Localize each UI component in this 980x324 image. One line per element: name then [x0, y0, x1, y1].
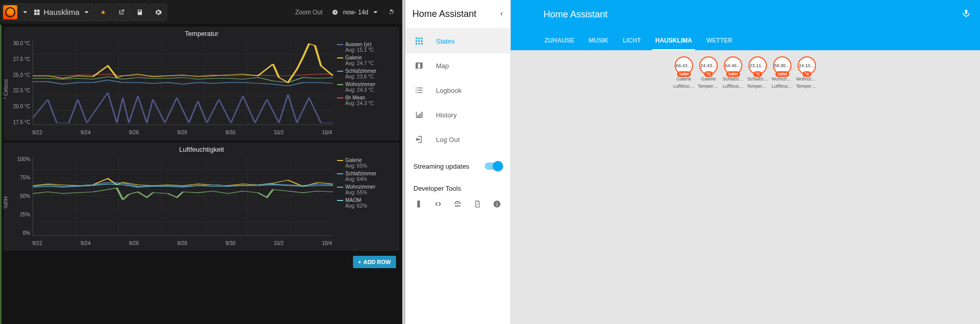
- panel-luftfeuchtigkeit[interactable]: Luftfeuchtigkeit %RH 100% 75% 50% 25% 0%: [4, 143, 399, 251]
- x-tick: 9/28: [177, 130, 187, 135]
- legend-series-name: 6h Mean: [345, 95, 365, 100]
- panel-temperatur[interactable]: Temperatur ° Celsius 30.0 °C 27.5 °C 25.…: [4, 27, 399, 140]
- legend-series-avg: Avg: 24.7 °C: [337, 60, 393, 66]
- sensor-badge[interactable]: 24.10…°CWohnzim…Tempera…: [797, 56, 817, 89]
- dashboard-grid-icon: [33, 9, 40, 16]
- sensor-badge[interactable]: 58.95…%RHWohnzim…Luftfeuc…: [772, 56, 793, 89]
- share-button[interactable]: [113, 4, 130, 21]
- x-tick: 10/2: [274, 130, 283, 135]
- time-range-picker[interactable]: now- 14d: [328, 4, 382, 21]
- plot-area[interactable]: [32, 40, 333, 125]
- sensor-badge[interactable]: 66.43…%RHGalerieLuftfeuc…: [674, 56, 694, 89]
- legend: GalerieAvg: 65%SchlafzimmerAvg: 64%Wohnz…: [333, 156, 394, 236]
- sidebar-item-logbook[interactable]: Logbook: [405, 78, 510, 103]
- star-button[interactable]: ★: [94, 4, 112, 21]
- info-icon[interactable]: [493, 199, 501, 209]
- ha-nav: StatesMapLogbookHistoryLog Out: [405, 29, 510, 152]
- zoom-out-button[interactable]: Zoom Out: [291, 9, 326, 16]
- tab-musik[interactable]: MUSIK: [588, 37, 610, 50]
- x-axis-ticks: 9/229/249/269/289/3010/210/4: [32, 130, 332, 135]
- sensor-badge[interactable]: 24.43…°CGalerieTempera…: [698, 56, 719, 89]
- chart-lines: [33, 156, 333, 235]
- sensor-badge[interactable]: 23.11…°CSchlafzi…Tempera…: [747, 56, 768, 89]
- refresh-button[interactable]: [383, 4, 400, 21]
- legend-series-avg: Avg: 62%: [337, 203, 393, 209]
- badge-ring: 23.11…°C: [748, 56, 767, 75]
- dashboard-picker[interactable]: Hausklima: [29, 4, 93, 21]
- settings-button[interactable]: [150, 4, 167, 21]
- add-row-button[interactable]: + ADD ROW: [353, 256, 396, 268]
- badge-label-2: Luftfeuc…: [772, 84, 793, 89]
- ha-sidebar-header: Home Assistant: [405, 0, 510, 29]
- badge-value: 24.10…: [799, 63, 815, 68]
- badge-label-2: Tempera…: [698, 84, 719, 89]
- tab-hausklima[interactable]: HAUSKLIMA: [654, 37, 693, 50]
- grafana-topbar: Hausklima ★ Zoom Out now- 14d: [0, 0, 402, 25]
- mqtt-icon[interactable]: [453, 199, 462, 209]
- legend-series[interactable]: GalerieAvg: 65%: [337, 157, 393, 169]
- sidebar-item-history[interactable]: History: [405, 103, 510, 127]
- legend-series-avg: Avg: 24.3 °C: [337, 100, 393, 106]
- legend-series[interactable]: Aussen (yr)Avg: 15.1 °C: [337, 42, 393, 53]
- panel-title: Luftfeuchtigkeit: [5, 144, 399, 154]
- sidebar-item-states[interactable]: States: [405, 29, 510, 53]
- tab-zuhause[interactable]: ZUHAUSE: [544, 37, 575, 50]
- sidebar-item-label: States: [436, 37, 455, 45]
- legend-swatch: [337, 97, 343, 98]
- x-tick: 10/4: [322, 130, 332, 135]
- x-tick: 9/30: [225, 240, 235, 246]
- badge-label-1: Schlafzi…: [722, 77, 744, 82]
- ha-header: Home Assistant ZUHAUSEMUSIKLICHTHAUSKLIM…: [511, 0, 980, 50]
- code-icon[interactable]: [434, 199, 442, 209]
- x-tick: 9/22: [32, 240, 42, 246]
- badge-unit: °C: [754, 71, 762, 77]
- badge-label-2: Tempera…: [796, 84, 818, 89]
- dev-tools-label: Developer Tools: [405, 176, 510, 196]
- collapse-sidebar-button[interactable]: [499, 10, 504, 18]
- badge-label-2: Tempera…: [747, 84, 768, 89]
- y-axis-label: %RH: [3, 196, 9, 208]
- badge-value: 66.43…: [676, 63, 692, 68]
- badge-label-2: Luftfeuc…: [722, 84, 744, 89]
- dashboard-title: Hausklima: [44, 8, 79, 16]
- legend-series[interactable]: 6h MeanAvg: 24.3 °C: [337, 95, 393, 106]
- legend: Aussen (yr)Avg: 15.1 °CGalerieAvg: 24.7 …: [333, 40, 394, 125]
- legend-series-avg: Avg: 24.3 °C: [337, 87, 393, 93]
- legend-series-name: Schlafzimmer: [345, 171, 377, 176]
- tab-wetter[interactable]: WETTER: [705, 37, 734, 50]
- tab-licht[interactable]: LICHT: [622, 37, 642, 50]
- legend-series[interactable]: MAOMAvg: 62%: [337, 197, 393, 209]
- grafana-logo-menu[interactable]: [2, 4, 28, 21]
- ha-sidebar-title: Home Assistant: [412, 9, 476, 19]
- legend-series[interactable]: WohnzimmerAvg: 24.3 °C: [337, 82, 393, 93]
- remote-icon[interactable]: [414, 199, 423, 209]
- save-icon: [136, 9, 143, 16]
- legend-series-avg: Avg: 23.6 °C: [337, 74, 393, 79]
- refresh-icon: [388, 9, 395, 16]
- sidebar-item-label: Log Out: [436, 136, 460, 144]
- sensor-badge[interactable]: 64.46…%RHSchlafzi…Luftfeuc…: [723, 56, 743, 89]
- sidebar-item-map[interactable]: Map: [405, 53, 510, 78]
- legend-series[interactable]: WohnzimmerAvg: 55%: [337, 184, 393, 195]
- legend-series[interactable]: SchlafzimmerAvg: 64%: [337, 171, 393, 182]
- x-tick: 9/28: [177, 240, 187, 246]
- ha-main: Home Assistant ZUHAUSEMUSIKLICHTHAUSKLIM…: [511, 0, 980, 324]
- plot-area[interactable]: [32, 156, 333, 236]
- sidebar-item-log-out[interactable]: Log Out: [405, 127, 510, 152]
- gear-icon: [155, 9, 162, 16]
- save-button[interactable]: [131, 4, 149, 21]
- legend-swatch: [337, 173, 343, 174]
- badge-ring: 58.95…%RH: [773, 56, 791, 75]
- legend-series[interactable]: SchlafzimmerAvg: 23.6 °C: [337, 68, 393, 79]
- list-icon: [414, 86, 424, 95]
- voice-button[interactable]: [962, 9, 971, 20]
- chart-lines: [33, 40, 333, 125]
- streaming-toggle[interactable]: [485, 163, 502, 170]
- legend-series-avg: Avg: 55%: [337, 190, 393, 195]
- y-axis-label: ° Celsius: [3, 79, 9, 99]
- legend-series-name: Schlafzimmer: [345, 68, 377, 74]
- legend-series[interactable]: GalerieAvg: 24.7 °C: [337, 55, 393, 66]
- template-icon[interactable]: [473, 199, 482, 209]
- legend-series-avg: Avg: 64%: [337, 176, 393, 182]
- ha-body: 66.43…%RHGalerieLuftfeuc…24.43…°CGalerie…: [511, 50, 980, 324]
